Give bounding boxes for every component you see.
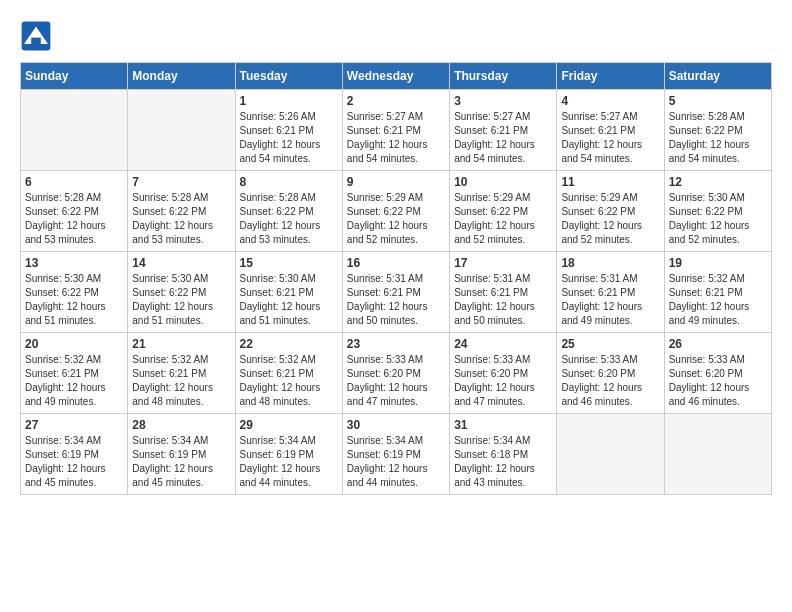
- page-header: [20, 20, 772, 52]
- weekday-header-row: SundayMondayTuesdayWednesdayThursdayFrid…: [21, 63, 772, 90]
- day-info: Sunrise: 5:34 AM Sunset: 6:19 PM Dayligh…: [347, 434, 445, 490]
- calendar-week-row: 13Sunrise: 5:30 AM Sunset: 6:22 PM Dayli…: [21, 252, 772, 333]
- day-info: Sunrise: 5:27 AM Sunset: 6:21 PM Dayligh…: [454, 110, 552, 166]
- calendar-cell: 28Sunrise: 5:34 AM Sunset: 6:19 PM Dayli…: [128, 414, 235, 495]
- calendar-cell: 10Sunrise: 5:29 AM Sunset: 6:22 PM Dayli…: [450, 171, 557, 252]
- calendar: SundayMondayTuesdayWednesdayThursdayFrid…: [20, 62, 772, 495]
- day-number: 3: [454, 94, 552, 108]
- calendar-cell: 6Sunrise: 5:28 AM Sunset: 6:22 PM Daylig…: [21, 171, 128, 252]
- weekday-header: Sunday: [21, 63, 128, 90]
- day-number: 8: [240, 175, 338, 189]
- day-info: Sunrise: 5:34 AM Sunset: 6:19 PM Dayligh…: [240, 434, 338, 490]
- day-info: Sunrise: 5:29 AM Sunset: 6:22 PM Dayligh…: [454, 191, 552, 247]
- day-number: 18: [561, 256, 659, 270]
- day-info: Sunrise: 5:31 AM Sunset: 6:21 PM Dayligh…: [561, 272, 659, 328]
- day-number: 9: [347, 175, 445, 189]
- calendar-cell: 18Sunrise: 5:31 AM Sunset: 6:21 PM Dayli…: [557, 252, 664, 333]
- calendar-week-row: 1Sunrise: 5:26 AM Sunset: 6:21 PM Daylig…: [21, 90, 772, 171]
- calendar-cell: 13Sunrise: 5:30 AM Sunset: 6:22 PM Dayli…: [21, 252, 128, 333]
- weekday-header: Friday: [557, 63, 664, 90]
- day-info: Sunrise: 5:32 AM Sunset: 6:21 PM Dayligh…: [669, 272, 767, 328]
- weekday-header: Saturday: [664, 63, 771, 90]
- day-info: Sunrise: 5:31 AM Sunset: 6:21 PM Dayligh…: [454, 272, 552, 328]
- calendar-cell: 1Sunrise: 5:26 AM Sunset: 6:21 PM Daylig…: [235, 90, 342, 171]
- day-number: 4: [561, 94, 659, 108]
- calendar-cell: 31Sunrise: 5:34 AM Sunset: 6:18 PM Dayli…: [450, 414, 557, 495]
- svg-rect-2: [31, 38, 41, 44]
- day-number: 29: [240, 418, 338, 432]
- calendar-cell: 14Sunrise: 5:30 AM Sunset: 6:22 PM Dayli…: [128, 252, 235, 333]
- calendar-cell: 16Sunrise: 5:31 AM Sunset: 6:21 PM Dayli…: [342, 252, 449, 333]
- day-info: Sunrise: 5:28 AM Sunset: 6:22 PM Dayligh…: [25, 191, 123, 247]
- day-info: Sunrise: 5:28 AM Sunset: 6:22 PM Dayligh…: [669, 110, 767, 166]
- calendar-cell: 26Sunrise: 5:33 AM Sunset: 6:20 PM Dayli…: [664, 333, 771, 414]
- day-info: Sunrise: 5:34 AM Sunset: 6:19 PM Dayligh…: [132, 434, 230, 490]
- calendar-cell: 5Sunrise: 5:28 AM Sunset: 6:22 PM Daylig…: [664, 90, 771, 171]
- day-number: 27: [25, 418, 123, 432]
- day-number: 2: [347, 94, 445, 108]
- day-info: Sunrise: 5:32 AM Sunset: 6:21 PM Dayligh…: [240, 353, 338, 409]
- calendar-cell: 15Sunrise: 5:30 AM Sunset: 6:21 PM Dayli…: [235, 252, 342, 333]
- day-info: Sunrise: 5:33 AM Sunset: 6:20 PM Dayligh…: [347, 353, 445, 409]
- calendar-cell: 20Sunrise: 5:32 AM Sunset: 6:21 PM Dayli…: [21, 333, 128, 414]
- calendar-cell: [664, 414, 771, 495]
- calendar-cell: [21, 90, 128, 171]
- day-info: Sunrise: 5:34 AM Sunset: 6:18 PM Dayligh…: [454, 434, 552, 490]
- logo: [20, 20, 58, 52]
- calendar-cell: 29Sunrise: 5:34 AM Sunset: 6:19 PM Dayli…: [235, 414, 342, 495]
- day-info: Sunrise: 5:30 AM Sunset: 6:22 PM Dayligh…: [669, 191, 767, 247]
- day-info: Sunrise: 5:32 AM Sunset: 6:21 PM Dayligh…: [132, 353, 230, 409]
- day-number: 13: [25, 256, 123, 270]
- calendar-cell: 21Sunrise: 5:32 AM Sunset: 6:21 PM Dayli…: [128, 333, 235, 414]
- day-number: 23: [347, 337, 445, 351]
- calendar-cell: 2Sunrise: 5:27 AM Sunset: 6:21 PM Daylig…: [342, 90, 449, 171]
- day-info: Sunrise: 5:28 AM Sunset: 6:22 PM Dayligh…: [132, 191, 230, 247]
- day-number: 5: [669, 94, 767, 108]
- calendar-week-row: 6Sunrise: 5:28 AM Sunset: 6:22 PM Daylig…: [21, 171, 772, 252]
- weekday-header: Monday: [128, 63, 235, 90]
- day-number: 6: [25, 175, 123, 189]
- calendar-cell: 9Sunrise: 5:29 AM Sunset: 6:22 PM Daylig…: [342, 171, 449, 252]
- day-info: Sunrise: 5:33 AM Sunset: 6:20 PM Dayligh…: [454, 353, 552, 409]
- day-info: Sunrise: 5:33 AM Sunset: 6:20 PM Dayligh…: [561, 353, 659, 409]
- day-number: 7: [132, 175, 230, 189]
- day-info: Sunrise: 5:28 AM Sunset: 6:22 PM Dayligh…: [240, 191, 338, 247]
- calendar-cell: 7Sunrise: 5:28 AM Sunset: 6:22 PM Daylig…: [128, 171, 235, 252]
- calendar-cell: 25Sunrise: 5:33 AM Sunset: 6:20 PM Dayli…: [557, 333, 664, 414]
- calendar-cell: 27Sunrise: 5:34 AM Sunset: 6:19 PM Dayli…: [21, 414, 128, 495]
- day-number: 16: [347, 256, 445, 270]
- day-number: 25: [561, 337, 659, 351]
- day-info: Sunrise: 5:32 AM Sunset: 6:21 PM Dayligh…: [25, 353, 123, 409]
- calendar-cell: 17Sunrise: 5:31 AM Sunset: 6:21 PM Dayli…: [450, 252, 557, 333]
- day-number: 24: [454, 337, 552, 351]
- day-info: Sunrise: 5:34 AM Sunset: 6:19 PM Dayligh…: [25, 434, 123, 490]
- day-info: Sunrise: 5:30 AM Sunset: 6:22 PM Dayligh…: [132, 272, 230, 328]
- calendar-cell: [557, 414, 664, 495]
- calendar-cell: 8Sunrise: 5:28 AM Sunset: 6:22 PM Daylig…: [235, 171, 342, 252]
- calendar-cell: 4Sunrise: 5:27 AM Sunset: 6:21 PM Daylig…: [557, 90, 664, 171]
- calendar-cell: 12Sunrise: 5:30 AM Sunset: 6:22 PM Dayli…: [664, 171, 771, 252]
- calendar-cell: 22Sunrise: 5:32 AM Sunset: 6:21 PM Dayli…: [235, 333, 342, 414]
- day-info: Sunrise: 5:27 AM Sunset: 6:21 PM Dayligh…: [561, 110, 659, 166]
- day-number: 26: [669, 337, 767, 351]
- calendar-cell: 3Sunrise: 5:27 AM Sunset: 6:21 PM Daylig…: [450, 90, 557, 171]
- day-info: Sunrise: 5:29 AM Sunset: 6:22 PM Dayligh…: [347, 191, 445, 247]
- weekday-header: Wednesday: [342, 63, 449, 90]
- day-info: Sunrise: 5:33 AM Sunset: 6:20 PM Dayligh…: [669, 353, 767, 409]
- day-number: 28: [132, 418, 230, 432]
- day-number: 19: [669, 256, 767, 270]
- day-number: 1: [240, 94, 338, 108]
- day-number: 12: [669, 175, 767, 189]
- calendar-cell: 23Sunrise: 5:33 AM Sunset: 6:20 PM Dayli…: [342, 333, 449, 414]
- day-number: 22: [240, 337, 338, 351]
- day-info: Sunrise: 5:30 AM Sunset: 6:22 PM Dayligh…: [25, 272, 123, 328]
- weekday-header: Tuesday: [235, 63, 342, 90]
- day-info: Sunrise: 5:29 AM Sunset: 6:22 PM Dayligh…: [561, 191, 659, 247]
- calendar-cell: [128, 90, 235, 171]
- calendar-cell: 19Sunrise: 5:32 AM Sunset: 6:21 PM Dayli…: [664, 252, 771, 333]
- day-number: 21: [132, 337, 230, 351]
- calendar-cell: 30Sunrise: 5:34 AM Sunset: 6:19 PM Dayli…: [342, 414, 449, 495]
- day-number: 31: [454, 418, 552, 432]
- logo-icon: [20, 20, 52, 52]
- day-number: 20: [25, 337, 123, 351]
